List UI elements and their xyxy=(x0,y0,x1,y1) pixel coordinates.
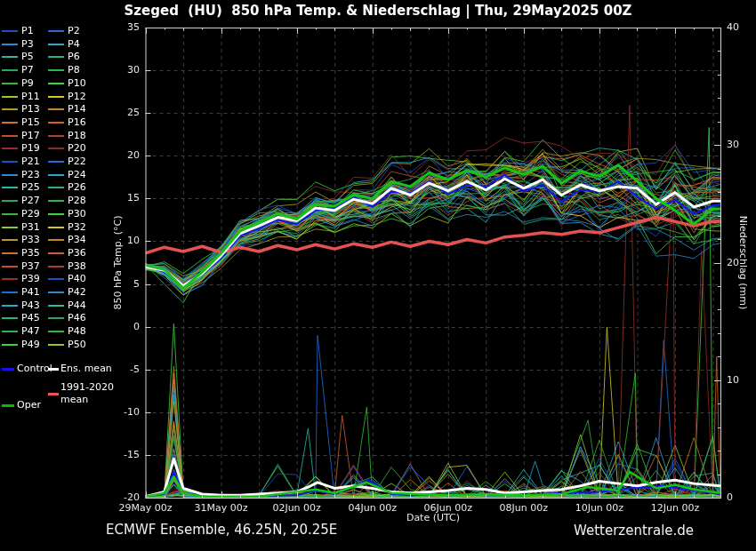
legend-swatch-p47 xyxy=(2,331,18,332)
y-left-tick-label: 30 xyxy=(97,64,140,76)
legend-item-p25: P25 xyxy=(21,181,40,194)
legend-swatch-p2 xyxy=(48,30,64,32)
page-title: Szeged (HU) 850 hPa Temp. & Niederschlag… xyxy=(0,3,756,19)
legend-swatch-p34 xyxy=(48,239,64,241)
legend-item-p10: P10 xyxy=(68,77,86,90)
y-right-tick-label: 10 xyxy=(727,374,739,387)
legend-item-p40: P40 xyxy=(68,273,86,285)
legend-swatch-p28 xyxy=(48,200,64,202)
legend-item-p42: P42 xyxy=(68,286,86,299)
legend-item-p2: P2 xyxy=(68,25,80,37)
y-left-tick-label: 5 xyxy=(97,278,140,291)
legend-swatch-p45 xyxy=(2,317,18,319)
legend-swatch-p41 xyxy=(2,291,18,293)
y-left-tick-label: 10 xyxy=(97,235,140,247)
legend-swatch-p40 xyxy=(48,278,64,280)
y-left-tick-label: 25 xyxy=(97,107,140,119)
legend-swatch-p12 xyxy=(48,96,64,98)
legend-item-p9: P9 xyxy=(21,77,34,90)
legend-swatch-p33 xyxy=(2,239,18,241)
legend-item-p20: P20 xyxy=(68,142,86,155)
legend-item-p19: P19 xyxy=(21,142,40,155)
legend-item-p44: P44 xyxy=(68,299,86,312)
legend-item-p30: P30 xyxy=(68,208,86,220)
y-right-tick-label: 40 xyxy=(727,21,739,34)
legend-swatch-p4 xyxy=(48,44,64,45)
x-tick-label: 29May 00z xyxy=(109,502,183,515)
y-right-tick-label: 30 xyxy=(727,139,739,151)
legend-swatch-p9 xyxy=(2,83,18,84)
legend-item-p22: P22 xyxy=(68,156,86,168)
legend-item-p39: P39 xyxy=(21,273,40,285)
legend-swatch-p48 xyxy=(48,331,64,332)
legend-swatch-p21 xyxy=(2,161,18,163)
legend-swatch-p1 xyxy=(2,30,18,32)
legend-swatch-ens-mean xyxy=(48,368,59,371)
legend-item-p16: P16 xyxy=(68,116,86,129)
legend-item-p36: P36 xyxy=(68,247,86,260)
y-left-tick-label: 15 xyxy=(97,192,140,204)
legend-swatch-p24 xyxy=(48,174,64,176)
legend-swatch-p6 xyxy=(48,56,64,58)
legend-swatch-p44 xyxy=(48,305,64,307)
legend-swatch-p39 xyxy=(2,278,18,280)
legend-item-p15: P15 xyxy=(21,116,40,129)
legend-swatch-p3 xyxy=(2,44,18,45)
legend-swatch-p23 xyxy=(2,174,18,176)
legend-swatch-p30 xyxy=(48,213,64,215)
wetterzentrale-ensemble-page: Szeged (HU) 850 hPa Temp. & Niederschlag… xyxy=(0,0,756,551)
legend-swatch-p20 xyxy=(48,148,64,149)
y-left-tick-label: -5 xyxy=(97,363,140,376)
ensemble-chart-canvas xyxy=(0,0,756,551)
legend-item-control: Control xyxy=(17,363,52,375)
legend-item-p13: P13 xyxy=(21,103,40,116)
legend-swatch-p38 xyxy=(48,266,64,268)
legend-item-p34: P34 xyxy=(68,234,86,246)
legend-swatch-p15 xyxy=(2,122,18,124)
legend-item-p12: P12 xyxy=(68,91,86,103)
legend-item-clim-mean-line2: mean xyxy=(60,394,88,406)
legend-item-p35: P35 xyxy=(21,247,40,260)
legend-item-p33: P33 xyxy=(21,234,40,246)
legend-swatch-p36 xyxy=(48,252,64,254)
x-tick-label: 02Jun 00z xyxy=(260,502,334,515)
legend-item-p27: P27 xyxy=(21,195,40,207)
legend-item-p1: P1 xyxy=(21,25,34,37)
legend-item-p4: P4 xyxy=(68,38,80,51)
legend-swatch-p26 xyxy=(48,187,64,188)
legend-swatch-p5 xyxy=(2,56,18,58)
legend-item-p46: P46 xyxy=(68,312,86,324)
legend-item-p38: P38 xyxy=(68,260,86,273)
legend-item-p41: P41 xyxy=(21,286,40,299)
legend-swatch-p22 xyxy=(48,161,64,163)
legend-swatch-p31 xyxy=(2,227,18,228)
legend-swatch-p18 xyxy=(48,135,64,137)
legend-swatch-p13 xyxy=(2,108,18,110)
legend-item-p48: P48 xyxy=(68,325,86,338)
legend-item-p45: P45 xyxy=(21,312,40,324)
legend-item-p6: P6 xyxy=(68,51,80,63)
legend-item-oper: Oper xyxy=(17,399,41,411)
legend-swatch-p16 xyxy=(48,122,64,124)
legend-swatch-p43 xyxy=(2,305,18,307)
legend-swatch-p42 xyxy=(48,291,64,293)
legend-swatch-p11 xyxy=(2,96,18,98)
legend-swatch-oper xyxy=(2,404,14,407)
legend-item-p43: P43 xyxy=(21,299,40,312)
legend-item-p11: P11 xyxy=(21,91,40,103)
legend-item-p7: P7 xyxy=(21,64,34,76)
legend-item-clim-mean-line1: 1991-2020 xyxy=(60,381,114,394)
legend-item-p14: P14 xyxy=(68,103,86,116)
x-tick-label: 10Jun 00z xyxy=(562,502,637,515)
legend-swatch-p27 xyxy=(2,200,18,202)
legend-item-p31: P31 xyxy=(21,221,40,234)
legend-item-p26: P26 xyxy=(68,181,86,194)
legend-swatch-p19 xyxy=(2,148,18,149)
legend-item-p21: P21 xyxy=(21,156,40,168)
legend-swatch-p25 xyxy=(2,187,18,188)
legend-item-p18: P18 xyxy=(68,130,86,142)
legend-swatch-p32 xyxy=(48,227,64,228)
legend-item-p3: P3 xyxy=(21,38,34,51)
y-right-tick-label: 20 xyxy=(727,257,739,269)
legend-item-p37: P37 xyxy=(21,260,40,273)
